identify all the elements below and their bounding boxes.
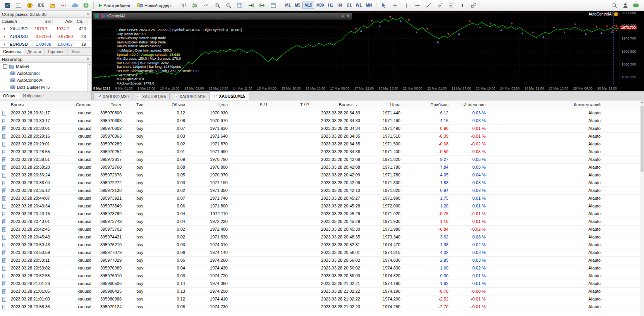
market-watch-row[interactable]: ▼XAUUSD1973.7...1974.1...420 [0, 25, 91, 33]
close-icon[interactable]: ✕ [86, 12, 89, 16]
user-account-icon[interactable] [620, 1, 630, 10]
order-row[interactable]: 2023.03.28 20:50:43xauusd395976210buy0.0… [0, 241, 644, 249]
horizontal-line-icon[interactable] [412, 1, 422, 10]
order-row[interactable]: 2023.03.28 20:30:17xauusd395970693buy0.0… [0, 117, 644, 125]
chart-tab-0[interactable]: XAUUSD,M30 [93, 92, 132, 100]
navigator-item-1[interactable]: AutoControl [0, 70, 91, 77]
navigator-item-2[interactable]: AutoControlAI [0, 77, 91, 84]
cursor-icon[interactable] [379, 1, 389, 10]
market-watch-tab-0[interactable]: Символы [0, 48, 24, 55]
text-tool-icon[interactable]: T [457, 1, 467, 10]
account-level-indicator[interactable] [632, 1, 642, 10]
order-row[interactable]: 2023.03.28 20:36:24xauusd395972376buy0.0… [0, 171, 644, 179]
chart-tab-1[interactable]: XAUUSD,M5 [133, 92, 170, 100]
chart-window[interactable]: ▼▲▼▲▼▲▼▲▼▲▼▲▼▲▼▲▼▲▼▲▼▲▼▲▼▲▼▲▼ 2021.05019… [92, 11, 644, 91]
orders-column-9[interactable]: Цена [362, 100, 403, 109]
orders-column-0[interactable]: Время [9, 100, 58, 109]
order-row[interactable]: 2023.03.28 20:38:51xauusd395972817buy0.0… [0, 156, 644, 164]
order-row[interactable]: 2023.03.28 20:29:01xauusd395970289buy0.0… [0, 140, 644, 148]
navigator-tab-1[interactable]: Избранное [20, 93, 47, 99]
time-axis[interactable]: 8 Mar 20239 Mar 01:009 Mar 17:0010 Mar 1… [92, 85, 644, 91]
orders-column-6[interactable]: S / L [230, 100, 271, 109]
market-watch-column-1[interactable]: Bid [29, 18, 53, 25]
vertical-line-icon[interactable] [401, 1, 411, 10]
algo-trading-button[interactable]: ▶ Алготрейдинг [96, 1, 133, 10]
market-watch-column-0[interactable]: Символ [0, 18, 29, 25]
order-row[interactable]: 2023.03.28 21:01:28xauusd395980506buy0.1… [0, 280, 644, 288]
scroll-up-icon[interactable]: ▲ [641, 100, 644, 103]
signals-icon[interactable] [58, 1, 69, 10]
community-icon[interactable] [81, 1, 91, 10]
window-icon[interactable] [268, 1, 278, 10]
timeframe-d1[interactable]: D1 [345, 2, 354, 9]
auto-scroll-icon[interactable] [246, 1, 256, 10]
order-row[interactable]: 2023.03.28 20:30:01xauusd395970602buy0.0… [0, 125, 644, 133]
chart-tab-3[interactable]: XAUUSD,M15 [210, 92, 249, 100]
cloud-icon[interactable] [70, 1, 80, 10]
timeframe-mn[interactable]: MN [364, 2, 374, 9]
price-axis[interactable]: 2021.0501980.9001940.7001900.5001860.300… [620, 11, 644, 86]
order-row[interactable]: 2023.03.28 20:44:07xauusd395973921buy0.0… [0, 195, 644, 202]
timeframe-m15[interactable]: M15 [302, 2, 314, 9]
zoom-out-icon[interactable] [223, 1, 234, 10]
order-row[interactable]: 2023.03.28 20:43:01xauusd395973749buy0.0… [0, 218, 644, 226]
orders-column-3[interactable]: Тип [124, 100, 146, 109]
orders-column-8[interactable]: Время▲ [311, 100, 362, 109]
collapse-icon[interactable]: − [3, 64, 7, 69]
navigator-item-3[interactable]: Bots Builder MT5 [0, 84, 91, 91]
order-row[interactable]: 2023.03.28 20:45:43xauusd395974421buy0.0… [0, 233, 644, 241]
timeframe-m5[interactable]: M5 [293, 2, 302, 9]
market-watch-tab-2[interactable]: Торговля [45, 48, 68, 55]
trendline-icon[interactable] [424, 1, 434, 10]
orders-column-10[interactable]: Прибыль [403, 100, 451, 109]
order-row[interactable]: 2023.03.28 20:53:02xauusd395976989buy0.0… [0, 264, 644, 272]
order-row[interactable]: 2023.03.28 20:53:59xauusd395977079buy0.0… [0, 249, 644, 257]
order-row[interactable]: 2023.03.28 20:29:16xauusd395970363buy0.0… [0, 133, 644, 140]
chart-tab-2[interactable]: XAUUSD,M15 [170, 92, 209, 100]
navigator-scrollbar[interactable]: ▲ [87, 63, 91, 92]
orders-scrollbar[interactable]: ▲ [640, 100, 644, 316]
navigator-tab-0[interactable]: Общие [0, 93, 20, 99]
scroll-up-icon[interactable]: ▲ [88, 63, 91, 66]
fibonacci-icon[interactable] [446, 1, 456, 10]
order-row[interactable]: 2023.03.28 20:52:55xauusd395976910buy0.0… [0, 272, 644, 280]
order-row[interactable]: 2023.03.28 20:53:11xauusd395977029buy0.0… [0, 257, 644, 264]
navigator-item-0[interactable]: −Market [0, 63, 91, 70]
orders-column-11[interactable]: Изменение [451, 100, 488, 109]
search-icon[interactable] [609, 1, 619, 10]
market-watch-tab-3[interactable]: Тики [68, 48, 83, 55]
bar-chart-icon[interactable] [179, 1, 189, 10]
collapse-window-icon[interactable]: ▾ [342, 14, 344, 18]
market-watch-column-3[interactable]: Сп... [74, 18, 88, 25]
timeframe-w1[interactable]: W1 [354, 2, 364, 9]
candlestick-chart-icon[interactable] [190, 1, 200, 10]
timeframe-h4[interactable]: H4 [335, 2, 344, 9]
order-row[interactable]: 2023.03.28 21:01:00xauusd395980388buy0.1… [0, 295, 644, 303]
new-order-button[interactable]: Новый ордер [134, 1, 173, 10]
orders-column-4[interactable]: Объем [146, 100, 187, 109]
market-watch-row[interactable]: ▼AUDUSD0.670540.6708026 [0, 33, 91, 41]
orders-column-2[interactable]: Тикет [94, 100, 124, 109]
order-row[interactable]: 2023.03.28 20:38:20xauusd395972760buy0.0… [0, 164, 644, 171]
order-row[interactable]: 2023.03.28 20:42:45xauusd395973702buy0.0… [0, 226, 644, 233]
app-logo-icon[interactable] [2, 1, 12, 10]
orders-column-5[interactable]: Цена [187, 100, 230, 109]
zoom-in-icon[interactable] [212, 1, 222, 10]
channel-icon[interactable] [435, 1, 445, 10]
order-row[interactable]: 2023.03.28 20:28:55xauusd395970254buy0.0… [0, 148, 644, 156]
timeframe-m30[interactable]: M30 [314, 2, 326, 9]
order-row[interactable]: 2023.03.28 20:36:04xauusd395972272buy0.0… [0, 179, 644, 187]
chart-shift-icon[interactable] [257, 1, 267, 10]
ide-button[interactable]: IDE [36, 1, 46, 10]
grid-icon[interactable] [235, 1, 245, 10]
dollar-icon[interactable]: $ [25, 1, 35, 10]
crosshair-icon[interactable] [390, 1, 400, 10]
order-row[interactable]: 2023.03.28 20:43:15xauusd395973789buy0.0… [0, 210, 644, 218]
market-watch-tab-1[interactable]: Детали [24, 48, 44, 55]
timeframe-h1[interactable]: H1 [326, 2, 335, 9]
folder-icon[interactable] [47, 1, 57, 10]
order-row[interactable]: 2023.03.28 21:01:05xauusd395980425buy0.1… [0, 288, 644, 295]
close-icon[interactable]: ✕ [86, 57, 89, 61]
orders-column-7[interactable]: T / P [271, 100, 311, 109]
close-window-icon[interactable]: ✕ [347, 14, 350, 18]
